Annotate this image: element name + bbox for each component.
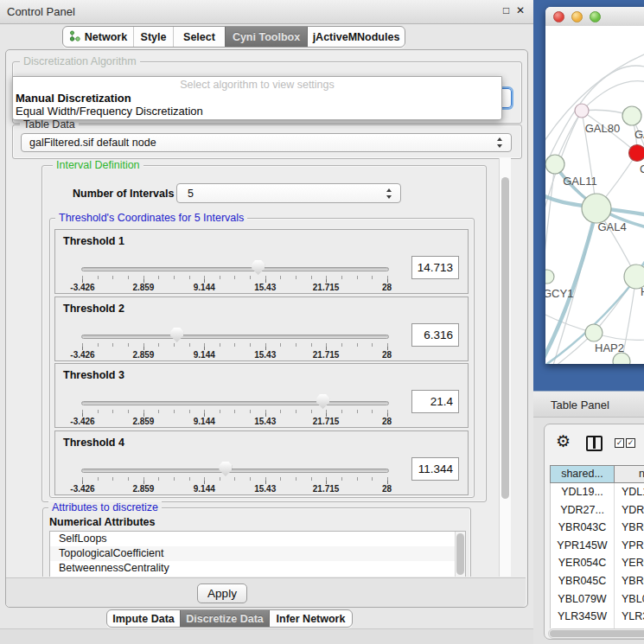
attributes-list-scrollbar-thumb[interactable] [456,533,464,575]
table-row[interactable]: YER054CYER054C [551,554,644,572]
checkbox-icon[interactable]: ✓ [615,438,624,448]
network-node-selected[interactable] [629,145,644,162]
table-data-combobox[interactable]: galFiltered.sif default node [21,133,512,152]
tab-style[interactable]: Style [133,27,173,47]
tab-network-label: Network [85,31,127,43]
tab-cyni-toolbox[interactable]: Cyni Toolbox [225,27,307,47]
attribute-list-item[interactable]: SelfLoops [50,532,465,546]
table-cell-name[interactable]: YBR043C [615,519,644,537]
table-cell-shared-name[interactable]: YBR045C [551,572,615,590]
threshold-value-field[interactable]: 11.344 [411,457,459,481]
table-row[interactable]: YDR27...YDR27... [551,501,644,520]
node-label: GCY1 [545,287,573,300]
network-canvas[interactable]: GAL80 GA GAL11 C GAL4 GCY1 H HAP2 [545,26,644,364]
algorithm-dropdown-popup: Select algorithm to view settings Manual… [12,76,502,120]
table-cell-name[interactable]: YDL19... [615,483,644,501]
table-row[interactable]: YBR043CYBR043C [551,519,644,537]
table-row[interactable]: YBL079WYBL079W [551,590,644,609]
table-horizontal-scrollbar[interactable] [548,628,644,639]
threshold-slider-track[interactable] [81,401,389,405]
table-cell-name[interactable]: YER054C [615,554,644,572]
spinner-arrows-icon [386,188,392,199]
network-node[interactable] [545,155,564,174]
threshold-slider-thumb[interactable] [316,394,329,409]
network-node[interactable] [545,270,554,284]
tab-discretize-data[interactable]: Discretize Data [180,610,269,627]
slider-scale-label: 9.144 [178,350,230,360]
table-cell-name[interactable]: YBR045C [615,572,644,590]
table-horizontal-scrollbar-thumb[interactable] [550,630,644,637]
table-cell-shared-name[interactable]: YDR27... [551,501,615,520]
dropdown-item-equal-width-frequency[interactable]: Equal Width/Frequency Discretization [16,105,203,118]
zoom-traffic-light-icon[interactable] [590,11,601,22]
panel-scrollbar-thumb[interactable] [501,177,509,499]
number-of-intervals-spinner[interactable]: 5 [176,183,401,203]
table-row[interactable]: YBR045CYBR045C [551,572,644,590]
checkbox-icon[interactable]: ✓ [626,438,635,448]
tab-select[interactable]: Select [173,27,225,47]
numerical-attributes-list: SelfLoopsTopologicalCoefficientBetweenne… [49,531,466,577]
slider-scale-label: 2.859 [118,417,169,426]
threshold-slider-track[interactable] [81,267,389,271]
slider-scale-label: 2.859 [118,350,169,360]
numerical-attributes-label: Numerical Attributes [49,516,155,528]
close-traffic-light-icon[interactable] [553,11,564,22]
attribute-list-item[interactable]: TopologicalCoefficient [50,546,465,561]
float-window-icon[interactable]: □ [503,4,509,16]
table-cell-name[interactable]: YDR27... [615,501,644,520]
threshold-value-field[interactable]: 14.713 [411,256,459,279]
network-tab-icon [69,30,80,44]
network-node[interactable] [575,104,589,118]
combobox-arrows-icon [496,137,503,148]
table-cell-shared-name[interactable]: YER054C [551,554,615,572]
dropdown-item-manual-discretization[interactable]: Manual Discretization [16,92,131,105]
table-cell-name[interactable]: YLR345W [615,608,644,626]
table-cell-shared-name[interactable]: YBL079W [551,590,615,609]
close-window-icon[interactable]: ✕ [516,4,525,16]
network-node[interactable] [585,324,603,341]
dropdown-hint-item: Select algorithm to view settings [13,79,501,91]
threshold-slider-track[interactable] [81,469,389,473]
threshold-slider-track[interactable] [81,335,389,339]
tab-impute-data[interactable]: Impute Data [107,610,180,627]
window-bottom-strip [0,628,533,644]
threshold-slider-thumb[interactable] [252,260,265,275]
attributes-group-title: Attributes to discretize [48,501,162,514]
table-row[interactable]: YPR145WYPR145W [551,537,644,555]
attributes-list-scrollbar[interactable] [455,532,465,577]
split-panel-icon[interactable] [586,436,603,451]
table-cell-name[interactable]: YPR145W [615,537,644,555]
network-view-window: GAL80 GA GAL11 C GAL4 GCY1 H HAP2 [545,7,644,364]
threshold-slider-thumb[interactable] [219,462,232,476]
table-cell-name[interactable]: YBL079W [615,590,644,609]
window-title: Control Panel [7,5,75,18]
network-node[interactable] [622,106,641,125]
network-node[interactable] [582,194,611,223]
settings-scroll-viewport: Interval Definition Number of Intervals … [12,158,499,577]
attribute-list-item[interactable]: BetweennessCentrality [50,561,465,576]
slider-scale: -3.4262.8599.14415.4321.71528 [55,283,468,292]
table-cell-shared-name[interactable]: YLR345W [551,608,615,626]
thresholds-group-title: Threshold's Coordinates for 5 Intervals [55,212,247,225]
table-row[interactable]: YLR345WYLR345W [551,608,644,626]
threshold-value-field[interactable]: 21.4 [411,390,459,413]
minimize-traffic-light-icon[interactable] [571,11,583,22]
table-row[interactable]: YDL19...YDL19... [551,483,644,501]
table-cell-shared-name[interactable]: YPR145W [551,537,615,555]
threshold-slider-thumb[interactable] [170,328,183,342]
tab-jactivemnodules[interactable]: jActiveMNodules [307,27,405,47]
tab-network[interactable]: Network [63,27,133,47]
tab-infer-network[interactable]: Infer Network [269,610,352,627]
table-cell-shared-name[interactable]: YDL19... [551,483,615,501]
panel-scrollbar[interactable] [499,158,511,577]
apply-button[interactable]: Apply [197,583,247,603]
column-header-shared-name[interactable]: shared... [551,466,615,482]
column-header-name[interactable]: name [615,466,644,482]
table-cell-shared-name[interactable]: YBR043C [551,519,615,537]
gear-icon[interactable]: ⚙ [556,433,571,450]
slider-scale-label: 28 [361,283,413,292]
slider-scale-label: 28 [361,350,413,360]
tab-discretize-data-label: Discretize Data [186,613,264,625]
threshold-label: Threshold 1 [63,235,124,247]
threshold-value-field[interactable]: 6.316 [411,323,459,347]
